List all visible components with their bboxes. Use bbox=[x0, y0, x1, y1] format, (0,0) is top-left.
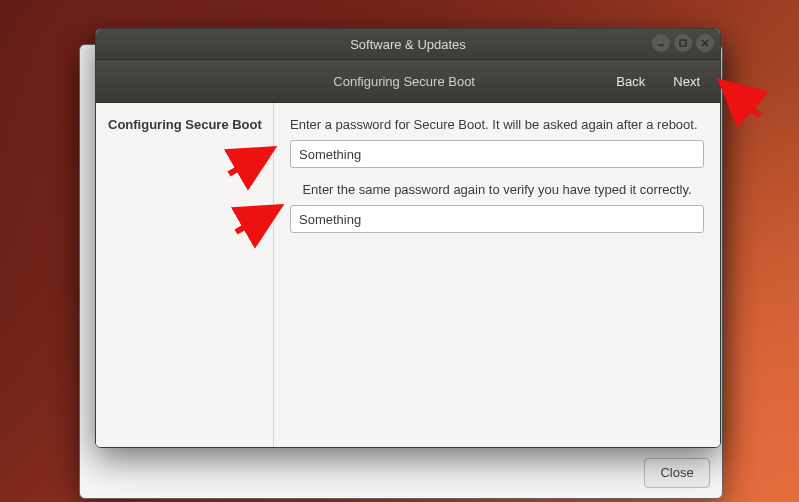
password-confirm-input[interactable] bbox=[290, 205, 704, 233]
close-button[interactable]: Close bbox=[644, 458, 710, 488]
window-controls bbox=[652, 34, 714, 52]
headerbar-subtitle: Configuring Secure Boot bbox=[206, 74, 602, 89]
titlebar: Software & Updates bbox=[96, 29, 720, 60]
minimize-icon[interactable] bbox=[652, 34, 670, 52]
sidebar: Configuring Secure Boot bbox=[96, 103, 274, 447]
close-icon[interactable] bbox=[696, 34, 714, 52]
main-panel: Enter a password for Secure Boot. It wil… bbox=[274, 103, 720, 447]
next-button[interactable]: Next bbox=[661, 69, 712, 94]
instruction-primary: Enter a password for Secure Boot. It wil… bbox=[290, 117, 704, 132]
headerbar: Configuring Secure Boot Back Next bbox=[96, 60, 720, 103]
dialog-window: Software & Updates Configuring Secure Bo… bbox=[95, 28, 721, 448]
svg-rect-1 bbox=[680, 40, 686, 46]
password-input[interactable] bbox=[290, 140, 704, 168]
window-title: Software & Updates bbox=[350, 37, 466, 52]
maximize-icon[interactable] bbox=[674, 34, 692, 52]
instruction-confirm: Enter the same password again to verify … bbox=[290, 182, 704, 197]
sidebar-step-label: Configuring Secure Boot bbox=[108, 117, 263, 132]
back-button[interactable]: Back bbox=[604, 69, 657, 94]
dialog-content: Configuring Secure Boot Enter a password… bbox=[96, 103, 720, 447]
